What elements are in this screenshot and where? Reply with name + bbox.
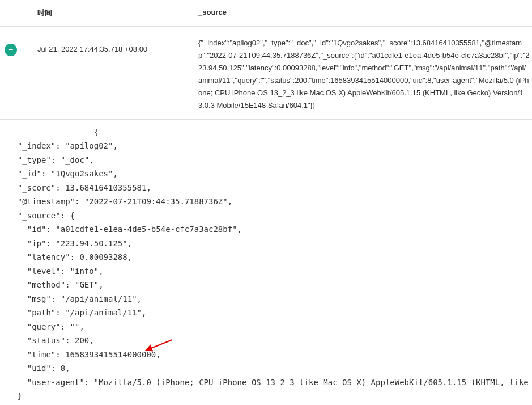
log-row: − Jul 21, 2022 17:44:35.718 +08:00 {"_in… xyxy=(0,27,532,120)
json-src-msg: /api/animal/11 xyxy=(65,294,132,303)
json-src-path: /api/animal/11 xyxy=(70,308,137,317)
json-score: 13.68416410355581 xyxy=(65,183,146,192)
json-src-ip: 223.94.50.125 xyxy=(61,239,123,248)
json-src-ua: Mozilla/5.0 (iPhone; CPU iPhone OS 13_2_… xyxy=(99,378,532,387)
json-src-latency: 0.00093288 xyxy=(79,252,127,261)
json-index: apilog02 xyxy=(70,141,108,150)
source-cell: {"_index":"apilog02","_type":"_doc","_id… xyxy=(193,33,532,112)
json-type: _doc xyxy=(65,155,84,164)
minus-icon: − xyxy=(8,45,13,53)
json-src-method: GET xyxy=(79,280,93,289)
collapse-button[interactable]: − xyxy=(5,44,17,56)
time-column-header: 时间 xyxy=(23,8,193,18)
json-id: 1Qvgo2sakes xyxy=(56,169,108,178)
json-src-uid: 8 xyxy=(61,364,65,373)
json-src-id: a01cdfe1-e1ea-4de5-b54e-cfc7a3ac28bf xyxy=(61,225,232,234)
expanded-json: { "_index": "apilog02", "_type": "_doc",… xyxy=(0,120,532,405)
json-src-status: 200 xyxy=(75,336,89,345)
json-timestamp: 2022-07-21T09:44:35.7188736Z xyxy=(89,197,223,206)
table-header: 时间 _source xyxy=(0,0,532,27)
source-column-header: _source xyxy=(193,8,532,18)
time-cell: Jul 21, 2022 17:44:35.718 +08:00 xyxy=(23,33,193,53)
json-src-level: info xyxy=(75,267,94,276)
json-src-time: 1658393415514000000 xyxy=(65,350,156,359)
